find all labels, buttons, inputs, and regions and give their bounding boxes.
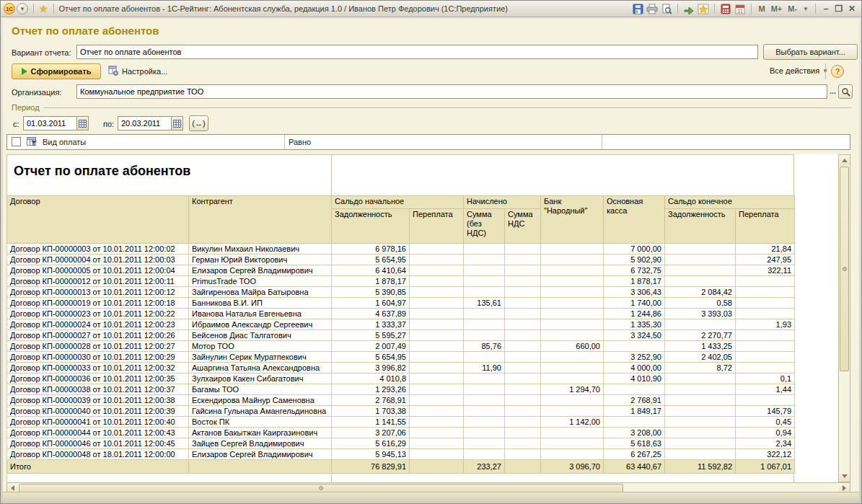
calculator-icon[interactable] xyxy=(718,2,733,15)
maximize-button[interactable]: ❒ xyxy=(832,4,845,14)
filter-row[interactable]: Вид оплаты Равно xyxy=(6,134,850,150)
cell-zadolzhennost-nach: 4 637,89 xyxy=(332,309,410,319)
scroll-up-button[interactable] xyxy=(839,155,850,166)
memory-add-button[interactable]: M+ xyxy=(768,4,786,13)
cell-kontragent: Герман Юрий Викторович xyxy=(189,255,332,265)
add-favorite-icon[interactable] xyxy=(696,2,711,15)
table-row[interactable]: Договор КП-00000012 от 10.01.2011 12:00:… xyxy=(7,276,795,287)
cell-summa-nds xyxy=(505,406,541,417)
save-icon[interactable] xyxy=(630,2,645,15)
table-row[interactable]: Договор КП-00000003 от 10.01.2011 12:00:… xyxy=(7,244,795,255)
scroll-down-button[interactable] xyxy=(839,471,850,482)
memory-subtract-button[interactable]: M- xyxy=(785,4,800,13)
all-actions-button[interactable]: Все действия ▼ xyxy=(770,66,828,75)
cell-pereplata-kon xyxy=(736,298,795,309)
table-row[interactable]: Договор КП-00000013 от 10.01.2011 12:00:… xyxy=(7,287,795,298)
titlebar-separator xyxy=(677,4,678,14)
calendar-icon[interactable]: 31 xyxy=(733,2,747,15)
period-to-calendar-button[interactable] xyxy=(171,116,183,131)
filter-checkbox[interactable] xyxy=(12,137,21,146)
choose-variant-button[interactable]: Выбрать вариант... xyxy=(763,44,858,60)
organization-select-button[interactable]: ... xyxy=(830,87,836,95)
table-row[interactable]: Договор КП-00000030 от 10.01.2011 12:00:… xyxy=(7,352,795,363)
table-row[interactable]: Договор КП-00000023 от 10.01.2011 12:00:… xyxy=(7,309,795,319)
table-row[interactable]: Договор КП-00000048 от 18.01.2011 12:00:… xyxy=(7,449,795,460)
table-row[interactable]: Договор КП-00000039 от 10.01.2011 12:00:… xyxy=(7,395,795,406)
table-row[interactable]: Договор КП-00000038 от 10.01.2011 12:00:… xyxy=(7,384,795,395)
cell-kassa: 4 000,00 xyxy=(604,363,665,373)
cell-pereplata-kon xyxy=(736,309,795,319)
cell-pereplata-kon: 0,94 xyxy=(736,428,795,438)
period-range-button[interactable]: (↔) xyxy=(189,115,208,131)
settings-button[interactable]: Настройка... xyxy=(108,66,167,76)
variant-input[interactable]: Отчет по оплате абонентов xyxy=(76,45,758,59)
minimize-button[interactable]: – xyxy=(819,4,832,14)
cell-kontragent: PrimusTrade ТОО xyxy=(189,276,332,287)
cell-bank: 1 142,00 xyxy=(541,417,604,428)
cell-zadolzhennost-kon xyxy=(665,265,736,276)
cell-zadolzhennost-kon: 0,58 xyxy=(665,298,736,309)
cell-bank xyxy=(541,373,604,384)
organization-input[interactable]: Коммунальное предприятие ТОО xyxy=(76,84,827,99)
table-row[interactable]: Договор КП-00000046 от 10.01.2011 12:00:… xyxy=(7,438,795,449)
cell-kontragent: Актанов Бакытжан Каиргазинович xyxy=(189,428,332,438)
filter-condition-label: Равно xyxy=(289,138,311,146)
cell-zadolzhennost-nach: 5 616,29 xyxy=(332,438,410,449)
table-row[interactable]: Договор КП-00000033 от 10.01.2011 12:00:… xyxy=(7,363,795,373)
cell-kassa xyxy=(604,341,665,352)
memory-recall-button[interactable]: M xyxy=(755,4,768,13)
col-header-pereplata-kon: Переплата xyxy=(736,209,795,244)
cell-zadolzhennost-nach: 6 978,16 xyxy=(332,244,410,255)
cell-zadolzhennost-nach: 5 654,95 xyxy=(332,255,410,265)
cell-summa-bez-nds: 135,61 xyxy=(464,298,505,309)
cell-summa-bez-nds xyxy=(464,319,505,330)
cell-kontragent: Мотор ТОО xyxy=(189,341,332,352)
cell-pereplata-nach xyxy=(410,276,464,287)
cell-pereplata-nach xyxy=(410,265,464,276)
cell-zadolzhennost-nach: 1 604,97 xyxy=(332,298,410,309)
table-row[interactable]: Договор КП-00000044 от 10.01.2011 12:00:… xyxy=(7,428,795,438)
help-button[interactable]: ? xyxy=(831,65,844,78)
vertical-scrollbar[interactable] xyxy=(838,154,850,482)
vertical-scroll-thumb[interactable] xyxy=(840,167,849,371)
table-row[interactable]: Договор КП-00000004 от 10.01.2011 12:00:… xyxy=(7,255,795,265)
table-row[interactable]: Договор КП-00000028 от 10.01.2011 12:00:… xyxy=(7,341,795,352)
table-row[interactable]: Договор КП-00000040 от 10.01.2011 12:00:… xyxy=(7,406,795,417)
cell-dogovor: Договор КП-00000033 от 10.01.2011 12:00:… xyxy=(7,363,189,373)
memory-menu-chevron-icon[interactable]: ▼ xyxy=(800,6,812,12)
organization-search-button[interactable] xyxy=(838,84,853,99)
cell-dogovor: Договор КП-00000024 от 10.01.2011 12:00:… xyxy=(7,319,189,330)
generate-button[interactable]: Сформировать xyxy=(12,63,101,79)
table-row[interactable]: Договор КП-00000019 от 10.01.2011 12:00:… xyxy=(7,298,795,309)
settings-grid-gear-icon xyxy=(108,66,119,76)
title-bar: 1С ▼ ★ Отчет по оплате абонентов - 1С-Ре… xyxy=(1,1,861,17)
period-from-input[interactable]: 01.03.2011 xyxy=(23,116,77,131)
close-button[interactable]: ✕ xyxy=(845,4,858,14)
period-group-line xyxy=(43,107,851,108)
table-row[interactable]: Договор КП-00000041 от 10.01.2011 12:00:… xyxy=(7,417,795,428)
cell-bank xyxy=(541,265,604,276)
period-to-input[interactable]: 20.03.2011 xyxy=(118,116,172,131)
print-preview-icon[interactable] xyxy=(659,2,674,15)
table-row[interactable]: Договор КП-00000027 от 10.01.2011 12:00:… xyxy=(7,330,795,341)
cell-dogovor: Договор КП-00000023 от 10.01.2011 12:00:… xyxy=(7,309,189,319)
total-pereplata-kon: 1 067,01 xyxy=(736,460,795,474)
cell-summa-nds xyxy=(505,265,541,276)
app-1c-icon[interactable]: 1С xyxy=(4,3,15,14)
report-title: Отчет по оплате абонентов xyxy=(14,164,190,179)
period-from-calendar-button[interactable] xyxy=(76,116,89,131)
cell-kontragent: Банникова В.И. ИП xyxy=(189,298,332,309)
cell-summa-bez-nds xyxy=(464,352,505,363)
cell-pereplata-kon: 247,95 xyxy=(736,255,795,265)
total-row[interactable]: Итого 76 829,91 233,27 3 096,70 63 440,6… xyxy=(7,460,795,474)
favorites-star-icon[interactable]: ★ xyxy=(39,3,48,14)
go-link-icon[interactable] xyxy=(682,2,696,15)
table-row[interactable]: Договор КП-00000024 от 10.01.2011 12:00:… xyxy=(7,319,795,330)
print-icon[interactable] xyxy=(645,2,659,15)
cell-pereplata-nach xyxy=(410,309,464,319)
table-row[interactable]: Договор КП-00000005 от 10.01.2011 12:00:… xyxy=(7,265,795,276)
cell-summa-nds xyxy=(505,330,541,341)
system-menu-button[interactable]: ▼ xyxy=(17,3,28,14)
cell-summa-nds xyxy=(505,373,541,384)
table-row[interactable]: Договор КП-00000036 от 10.01.2011 12:00:… xyxy=(7,373,795,384)
